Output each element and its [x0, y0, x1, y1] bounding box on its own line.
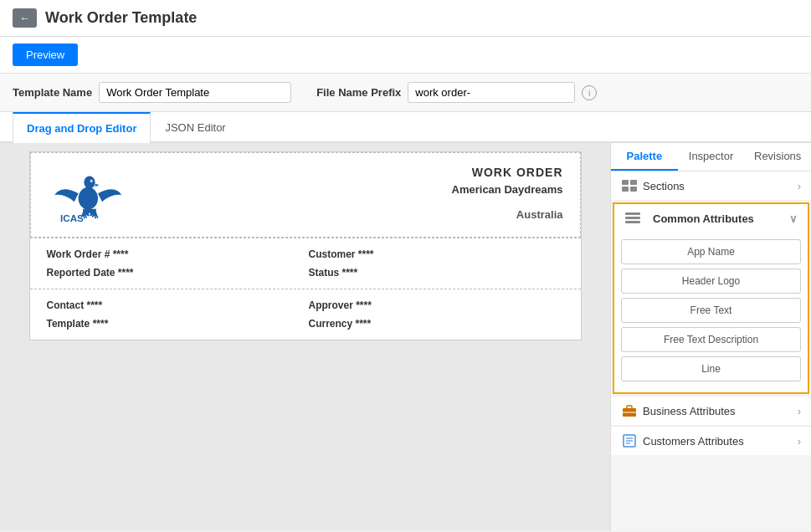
svg-rect-7	[630, 180, 637, 185]
form-row: Template Name File Name Prefix i	[0, 74, 811, 112]
header-section: ICAS WORK ORDER American Daydreams Austr…	[30, 152, 581, 238]
panel-tab-palette[interactable]: Palette	[611, 143, 678, 171]
file-name-prefix-input[interactable]	[408, 82, 575, 103]
sections-label: Sections	[643, 180, 685, 192]
field-approver: Approver ****	[309, 299, 564, 311]
common-attrs-chevron-icon: ∨	[789, 212, 798, 225]
field-reported-date: Reported Date ****	[47, 267, 302, 279]
approver-label: Approver	[309, 299, 353, 311]
panel-tab-revisions[interactable]: Revisions	[744, 143, 811, 171]
svg-text:ICAS: ICAS	[60, 212, 84, 223]
field-template: Template ****	[47, 318, 302, 330]
field-currency: Currency ****	[309, 318, 564, 330]
editor-area[interactable]: ICAS WORK ORDER American Daydreams Austr…	[0, 143, 610, 531]
attr-btn-app-name[interactable]: App Name	[621, 239, 801, 264]
common-attrs-icon	[624, 212, 641, 225]
customers-attrs-icon	[621, 434, 638, 448]
bottom-section: Contact **** Approver **** Template ****…	[30, 289, 581, 340]
file-name-prefix-field: File Name Prefix i	[316, 82, 597, 103]
common-attributes-section: Common Attributes ∨ App Name Header Logo…	[613, 202, 809, 394]
contact-label: Contact	[47, 299, 85, 311]
business-attributes-item[interactable]: Business Attributes ›	[611, 396, 811, 426]
sections-icon	[621, 179, 638, 192]
panel-tab-inspector[interactable]: Inspector	[678, 143, 745, 171]
action-bar: Preview	[0, 37, 811, 74]
template-name-input[interactable]	[99, 82, 291, 103]
main-content: ICAS WORK ORDER American Daydreams Austr…	[0, 143, 811, 531]
fields-section: Work Order # **** Customer **** Reported…	[30, 238, 581, 289]
icas-logo-svg: ICAS	[48, 166, 131, 224]
customers-attrs-chevron-icon: ›	[798, 435, 801, 448]
field-status: Status ****	[309, 267, 564, 279]
reported-date-label: Reported Date	[47, 267, 115, 279]
file-name-prefix-label: File Name Prefix	[316, 86, 401, 99]
business-attributes-label: Business Attributes	[643, 405, 736, 417]
panel-tabs: Palette Inspector Revisions	[611, 143, 811, 171]
svg-rect-12	[625, 221, 640, 223]
customers-attributes-item[interactable]: Customers Attributes ›	[611, 426, 811, 455]
currency-label: Currency	[309, 318, 353, 330]
svg-point-0	[84, 176, 95, 189]
template-name-label: Template Name	[13, 86, 92, 99]
svg-rect-6	[622, 180, 629, 185]
attr-btn-header-logo[interactable]: Header Logo	[621, 269, 801, 294]
template-canvas: ICAS WORK ORDER American Daydreams Austr…	[29, 151, 582, 340]
svg-rect-10	[625, 212, 640, 215]
page-title: Work Order Template	[45, 9, 197, 27]
svg-rect-11	[625, 217, 640, 219]
editor-tabs: Drag and Drop Editor JSON Editor	[0, 112, 811, 143]
top-bar: ← Work Order Template	[0, 0, 811, 37]
template-label: Template	[47, 318, 90, 330]
common-attributes-header[interactable]: Common Attributes ∨	[614, 204, 808, 233]
tab-json[interactable]: JSON Editor	[151, 112, 239, 143]
business-attrs-chevron-icon: ›	[798, 405, 801, 417]
customers-attributes-label: Customers Attributes	[643, 435, 744, 448]
field-customer: Customer ****	[309, 248, 564, 260]
right-panel: Palette Inspector Revisions Sections ›	[610, 143, 811, 531]
common-attributes-label: Common Attributes	[653, 212, 754, 225]
business-attrs-icon	[621, 404, 638, 417]
logo-area: ICAS	[48, 166, 131, 224]
customer-label: Customer	[309, 248, 356, 260]
svg-marker-3	[95, 184, 99, 187]
country-label: Australia	[452, 208, 563, 221]
common-attributes-body: App Name Header Logo Free Text Free Text…	[614, 233, 808, 392]
field-contact: Contact ****	[47, 299, 302, 311]
attr-btn-line[interactable]: Line	[621, 356, 801, 381]
info-icon[interactable]: i	[582, 85, 597, 100]
tab-drag-drop[interactable]: Drag and Drop Editor	[13, 112, 151, 143]
attr-btn-free-text[interactable]: Free Text	[621, 298, 801, 323]
sections-item[interactable]: Sections ›	[611, 171, 811, 201]
svg-rect-8	[622, 187, 629, 192]
attr-btn-free-text-desc[interactable]: Free Text Description	[621, 327, 801, 352]
sections-chevron-icon: ›	[798, 180, 801, 192]
header-info: WORK ORDER American Daydreams Australia	[452, 166, 563, 221]
back-button[interactable]: ←	[13, 8, 37, 28]
preview-button[interactable]: Preview	[13, 43, 78, 66]
work-order-label: Work Order #	[47, 248, 110, 260]
company-name: American Daydreams	[452, 183, 563, 196]
svg-rect-9	[630, 187, 637, 192]
status-label: Status	[309, 267, 340, 279]
svg-point-2	[91, 181, 93, 182]
field-work-order: Work Order # ****	[47, 248, 302, 260]
template-name-field: Template Name	[13, 82, 291, 103]
svg-point-4	[78, 187, 97, 210]
work-order-label: WORK ORDER	[452, 166, 563, 179]
